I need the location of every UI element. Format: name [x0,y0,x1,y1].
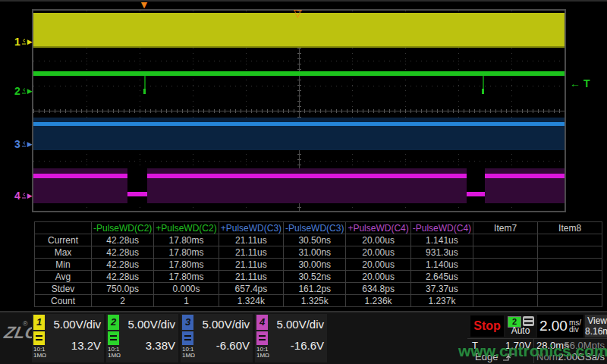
channel4-control[interactable]: 4 10:11MΩ 5.00V/div -16.6V [255,314,327,362]
channel4-badge[interactable]: 4 [256,315,268,330]
header-item7[interactable]: Item7 [473,222,538,234]
channel2-trace [33,71,565,76]
cell [473,246,538,259]
channel2-position-marker[interactable]: 2 ▶ [14,86,33,96]
channel1-probe-info: 10:11MΩ [33,347,46,359]
channel4-pulse-gap [127,168,147,203]
channel3-badge[interactable]: 3 [182,315,193,330]
channel3-scale: 5.00V/div [196,318,250,331]
header-pulsewd-neg-c4[interactable]: -PulseWD(C4) [410,222,473,234]
header-pulsewd-neg-c2[interactable]: -PulseWD(C2) [92,222,154,234]
watermark: www.cntronics.com [458,342,607,360]
top-border-strip [0,0,607,2]
channel2-badge[interactable]: 2 [108,315,119,330]
cell: 20.00us [346,259,410,271]
cell: 1.325k [284,295,346,307]
coupling-glyph-icon [21,141,27,148]
cell: 1.140us [410,259,473,271]
cell [538,295,602,307]
cell: 0.000s [154,283,219,295]
channel2-arrow-icon: ▶ [27,87,33,95]
dc-coupling-icon [182,331,193,345]
channel2-scale: 5.00V/div [121,318,175,331]
cell: 17.80ms [154,246,219,259]
channel3-trace [33,122,565,126]
cell [538,271,602,283]
dc-coupling-icon [108,331,119,345]
cell: 1.237k [410,295,473,307]
channel3-arrow-icon: ▶ [27,140,33,148]
channel3-position-marker[interactable]: 3 ▶ [14,139,33,149]
registered-mark: ® [23,320,28,328]
trigger-level-label: T [583,77,590,89]
left-arrow-icon: ← [570,77,580,89]
cell: 17.80ms [154,259,219,271]
cell: 42.28us [92,234,154,246]
dc-coupling-icon [256,331,268,345]
row-label: Count [35,295,92,307]
trigger-source-control[interactable]: 2 Auto [505,315,536,337]
cell: 21.11us [219,259,283,271]
channel1-scale: 5.00V/div [47,318,101,331]
cell: 20.00us [346,246,410,259]
channel3-control[interactable]: 3 10:11MΩ 5.00V/div -6.60V [181,314,253,362]
waveform-display [33,11,565,211]
cell: 634.8ps [346,283,410,295]
channel2-spike-tip [143,89,146,94]
view-label: View [585,315,607,326]
table-row: Current 42.28us 17.80ms 21.11us 30.50ns … [35,234,602,246]
trigger-position-marker[interactable]: ▼ [139,0,149,10]
table-row: Avg 42.28us 17.80ms 21.11us 30.52ns 20.0… [35,271,602,283]
cell: 30.50ns [284,234,346,246]
cell: 20.00us [346,234,410,246]
header-pulsewd-neg-c3[interactable]: -PulseWD(C3) [284,222,346,234]
channel4-trace [33,174,565,178]
channel4-pulse-low [127,192,147,196]
channel4-offset: -16.6V [270,339,324,352]
cell: 30.52ns [284,271,346,283]
channel1-position-marker[interactable]: 1 ▶ [14,36,33,47]
header-pulsewd-pos-c2[interactable]: +PulseWD(C2) [154,222,219,234]
cell [538,234,602,246]
dc-coupling-icon [33,331,45,345]
channel2-offset: 3.38V [121,339,175,352]
cell: 17.80ms [154,271,219,283]
channel4-pulse-gap [467,168,485,203]
cell: 750.0ps [92,283,154,295]
channel4-arrow-icon: ▶ [27,192,33,199]
trigger-mode[interactable]: Auto [505,325,536,336]
row-label: Current [35,234,92,246]
channel1-control[interactable]: 1 10:11MΩ 5.00V/div 13.2V [32,314,104,362]
cell: 31.00ns [284,246,346,259]
cell: 30.00ns [284,259,346,271]
channel2-number: 2 [14,85,20,97]
channel1-badge[interactable]: 1 [33,315,45,330]
channel4-pulse-low [467,192,485,196]
delay-reference-marker[interactable]: ▽ [294,8,302,18]
channel4-position-marker[interactable]: 4 ▶ [14,190,33,201]
table-row: Count 2 1 1.324k 1.325k 1.236k 1.237k [35,295,602,307]
trigger-level-marker[interactable]: ← T [570,77,590,89]
view-control[interactable]: View 8.16ms [585,315,607,337]
table-row: Min 42.28us 17.80ms 21.11us 30.00ns 20.0… [35,259,602,271]
channel2-control[interactable]: 2 10:11MΩ 5.00V/div 3.38V [106,314,178,362]
channel1-arrow-icon: ▶ [27,38,33,46]
run-stop-button[interactable]: Stop [470,315,504,337]
table-row: Stdev 750.0ps 0.000s 657.4ps 161.2ps 634… [35,283,602,295]
cell: 1.141us [410,234,473,246]
header-pulsewd-pos-c4[interactable]: +PulseWD(C4) [346,222,410,234]
coupling-glyph-icon [21,39,27,46]
header-pulsewd-pos-c3[interactable]: +PulseWD(C3) [219,222,283,234]
cell: 21.11us [219,271,283,283]
cell: 2.645us [410,271,473,283]
cell: 657.4ps [219,283,283,295]
cell [538,283,602,295]
header-item8[interactable]: Item8 [538,222,602,234]
cell [473,271,538,283]
channel1-number: 1 [14,36,20,48]
timebase-value: 2.00 [539,318,568,334]
channel4-number: 4 [14,190,20,202]
cell: 1.324k [219,295,283,307]
timebase-control[interactable]: 2.00 ms/ div [537,315,583,337]
cell: 42.28us [92,271,154,283]
